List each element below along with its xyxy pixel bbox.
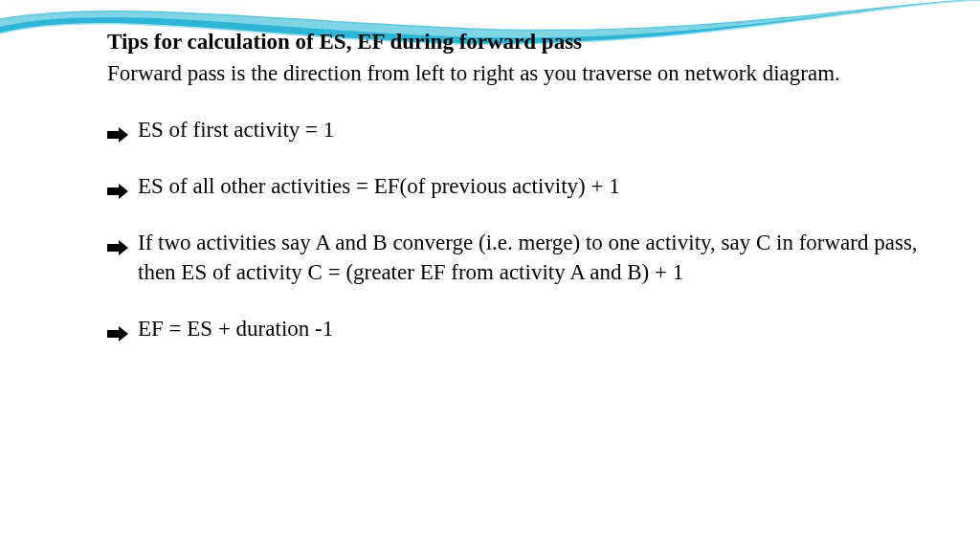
bullet-text: ES of all other activities = EF(of previ… — [138, 171, 923, 201]
bullet-item: ES of first activity = 1 — [107, 115, 923, 144]
bullet-text: EF = ES + duration -1 — [138, 314, 923, 343]
arrow-right-icon — [107, 115, 128, 144]
bullet-item: EF = ES + duration -1 — [107, 314, 923, 343]
arrow-right-icon — [107, 171, 128, 201]
bullet-text: ES of first activity = 1 — [138, 115, 923, 144]
bullet-item: ES of all other activities = EF(of previ… — [107, 171, 923, 201]
arrow-right-icon — [107, 228, 128, 257]
slide-content: Tips for calculation of ES, EF during fo… — [107, 27, 923, 370]
bullet-item: If two activities say A and B converge (… — [107, 228, 923, 287]
arrow-right-icon — [107, 314, 128, 343]
slide-intro: Forward pass is the direction from left … — [107, 58, 923, 88]
bullet-text: If two activities say A and B converge (… — [138, 228, 923, 287]
slide-title: Tips for calculation of ES, EF during fo… — [107, 27, 923, 56]
